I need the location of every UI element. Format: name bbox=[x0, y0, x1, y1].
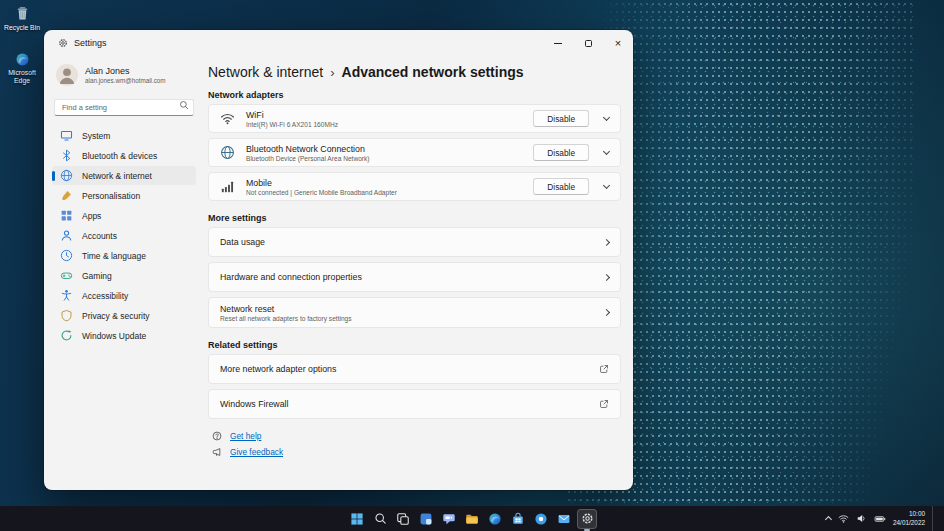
taskbar-search-button[interactable] bbox=[370, 509, 390, 529]
desktop-root: { "desktop": { "icons": [ { "label": "Re… bbox=[0, 0, 944, 531]
tray-volume-icon[interactable] bbox=[856, 513, 867, 524]
sidebar-item-accounts[interactable]: Accounts bbox=[52, 226, 196, 245]
titlebar[interactable]: Settings × bbox=[44, 30, 633, 56]
show-desktop-button[interactable] bbox=[932, 506, 936, 531]
network-globe-icon bbox=[220, 145, 235, 160]
wifi-icon bbox=[220, 111, 235, 126]
file-explorer-icon bbox=[465, 512, 479, 526]
chat-icon bbox=[442, 512, 456, 526]
microsoft-store-icon bbox=[511, 512, 525, 526]
search-icon bbox=[179, 100, 189, 110]
row-label: Hardware and connection properties bbox=[220, 272, 362, 282]
gamepad-icon bbox=[60, 269, 73, 282]
settings-sidebar: Alan Jones alan.jones.wm@hotmail.com Sys… bbox=[44, 56, 202, 490]
settings-gear-icon bbox=[581, 512, 594, 525]
page-title: Advanced network settings bbox=[342, 64, 524, 80]
taskbar-chat-button[interactable] bbox=[439, 509, 459, 529]
adapter-row-mobile: Mobile Not connected | Generic Mobile Br… bbox=[208, 172, 621, 201]
minimize-button[interactable] bbox=[543, 30, 573, 56]
disable-button[interactable]: Disable bbox=[533, 110, 589, 127]
row-label: Windows Firewall bbox=[220, 399, 288, 409]
sidebar-item-label: Apps bbox=[82, 211, 101, 221]
task-view-icon bbox=[396, 512, 410, 526]
tray-chevron-up-icon[interactable] bbox=[825, 516, 832, 523]
settings-window: Settings × Alan Jones alan.jones.wm@hotm… bbox=[44, 30, 633, 490]
maximize-button[interactable] bbox=[573, 30, 603, 56]
taskbar-photos-button[interactable] bbox=[531, 509, 551, 529]
network-globe-icon bbox=[60, 169, 73, 182]
external-link-icon bbox=[599, 364, 609, 374]
taskbar-file-explorer-button[interactable] bbox=[462, 509, 482, 529]
chevron-down-icon[interactable] bbox=[603, 114, 610, 121]
taskbar-widgets-button[interactable] bbox=[416, 509, 436, 529]
sidebar-item-gaming[interactable]: Gaming bbox=[52, 266, 196, 285]
chevron-right-icon bbox=[603, 309, 610, 316]
tray-time: 10:00 bbox=[909, 510, 925, 519]
sidebar-item-network-internet[interactable]: Network & internet bbox=[52, 166, 196, 185]
system-icon bbox=[60, 129, 73, 142]
close-button[interactable]: × bbox=[603, 30, 633, 56]
desktop-icon-recycle-bin[interactable]: Recycle Bin bbox=[1, 5, 43, 32]
sidebar-item-system[interactable]: System bbox=[52, 126, 196, 145]
taskbar-start-button[interactable] bbox=[347, 509, 367, 529]
sidebar-item-personalisation[interactable]: Personalisation bbox=[52, 186, 196, 205]
chevron-down-icon[interactable] bbox=[603, 182, 610, 189]
taskbar-edge-button[interactable] bbox=[485, 509, 505, 529]
sidebar-item-privacy-security[interactable]: Privacy & security bbox=[52, 306, 196, 325]
tray-date: 24/01/2022 bbox=[893, 519, 925, 528]
chevron-down-icon[interactable] bbox=[603, 148, 610, 155]
search-input[interactable] bbox=[54, 99, 194, 116]
adapter-title: Mobile bbox=[246, 178, 397, 188]
start-icon bbox=[350, 512, 364, 526]
search-icon bbox=[374, 512, 387, 525]
row-more-network-adapter-options[interactable]: More network adapter options bbox=[208, 354, 621, 384]
adapter-subtitle: Not connected | Generic Mobile Broadband… bbox=[246, 189, 397, 196]
sidebar-item-label: Gaming bbox=[82, 271, 112, 281]
adapter-title: WiFi bbox=[246, 110, 338, 120]
accessibility-icon bbox=[60, 289, 73, 302]
give-feedback-link[interactable]: Give feedback bbox=[212, 447, 621, 457]
user-profile: Alan Jones alan.jones.wm@hotmail.com bbox=[52, 58, 196, 96]
row-network-reset[interactable]: Network reset Reset all network adapters… bbox=[208, 297, 621, 328]
tray-clock[interactable]: 10:00 24/01/2022 bbox=[893, 510, 925, 527]
section-heading-related-settings: Related settings bbox=[208, 340, 621, 350]
row-sublabel: Reset all network adapters to factory se… bbox=[220, 315, 352, 322]
sidebar-item-label: Accounts bbox=[82, 231, 117, 241]
settings-gear-icon bbox=[58, 38, 68, 48]
adapter-subtitle: Bluetooth Device (Personal Area Network) bbox=[246, 155, 370, 162]
sidebar-item-windows-update[interactable]: Windows Update bbox=[52, 326, 196, 345]
minimize-icon bbox=[554, 43, 562, 44]
sidebar-item-label: Accessibility bbox=[82, 291, 128, 301]
breadcrumb-parent[interactable]: Network & internet bbox=[208, 64, 323, 80]
adapter-title: Bluetooth Network Connection bbox=[246, 144, 370, 154]
desktop-icon-microsoft-edge[interactable]: Microsoft Edge bbox=[1, 52, 43, 85]
sidebar-item-time-language[interactable]: Time & language bbox=[52, 246, 196, 265]
taskbar-settings-button[interactable] bbox=[577, 509, 597, 529]
adapter-subtitle: Intel(R) Wi-Fi 6 AX201 160MHz bbox=[246, 121, 338, 128]
link-label: Give feedback bbox=[230, 447, 283, 457]
sidebar-item-bluetooth-devices[interactable]: Bluetooth & devices bbox=[52, 146, 196, 165]
row-data-usage[interactable]: Data usage bbox=[208, 227, 621, 257]
get-help-link[interactable]: Get help bbox=[212, 431, 621, 441]
section-heading-more-settings: More settings bbox=[208, 213, 621, 223]
row-windows-firewall[interactable]: Windows Firewall bbox=[208, 389, 621, 419]
tray-wifi-icon[interactable] bbox=[838, 513, 849, 524]
taskbar-task-view-button[interactable] bbox=[393, 509, 413, 529]
row-hardware-connection-properties[interactable]: Hardware and connection properties bbox=[208, 262, 621, 292]
edge-icon bbox=[488, 512, 502, 526]
apps-grid-icon bbox=[60, 209, 73, 222]
disable-button[interactable]: Disable bbox=[533, 144, 589, 161]
profile-email: alan.jones.wm@hotmail.com bbox=[85, 77, 166, 84]
sidebar-item-label: Bluetooth & devices bbox=[82, 151, 157, 161]
link-label: Get help bbox=[230, 431, 261, 441]
close-icon: × bbox=[615, 38, 621, 49]
row-label: More network adapter options bbox=[220, 364, 336, 374]
tray-battery-icon[interactable] bbox=[874, 513, 886, 525]
personalisation-brush-icon bbox=[60, 189, 73, 202]
sidebar-item-accessibility[interactable]: Accessibility bbox=[52, 286, 196, 305]
cellular-signal-icon bbox=[220, 179, 235, 194]
taskbar-microsoft-store-button[interactable] bbox=[508, 509, 528, 529]
sidebar-item-apps[interactable]: Apps bbox=[52, 206, 196, 225]
taskbar-mail-button[interactable] bbox=[554, 509, 574, 529]
disable-button[interactable]: Disable bbox=[533, 178, 589, 195]
